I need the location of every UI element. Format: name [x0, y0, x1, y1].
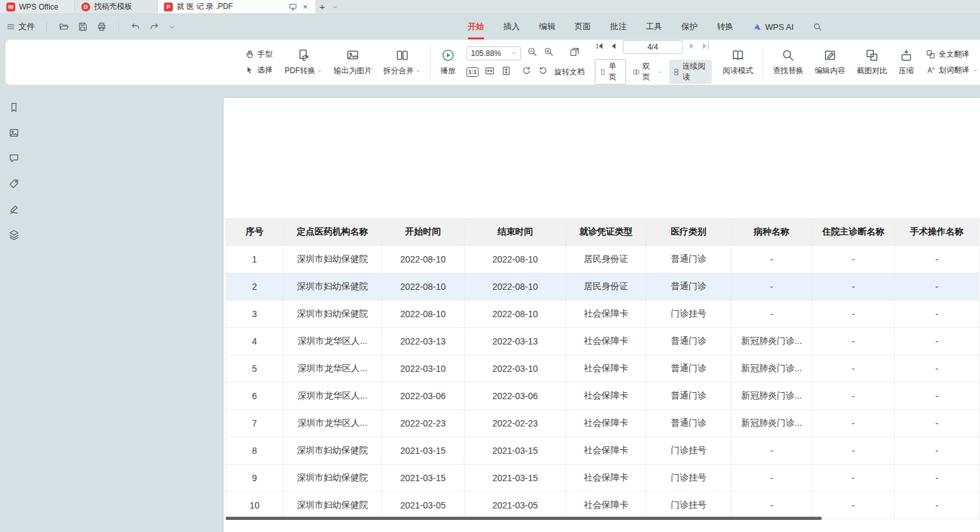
bookmark-icon[interactable] [8, 101, 20, 114]
double-page-mode-button[interactable]: 双页 [629, 60, 666, 84]
edit-content-button[interactable]: 编辑内容 [809, 43, 851, 82]
open-book-icon [731, 48, 745, 62]
close-tab-icon[interactable]: × [301, 3, 309, 11]
single-page-icon [599, 68, 606, 76]
save-icon[interactable] [78, 22, 88, 32]
tab-wps-home[interactable]: W WPS Office [0, 0, 75, 13]
monitor-icon[interactable] [289, 3, 297, 11]
new-tab-button[interactable]: + [315, 0, 329, 13]
layers-panel-icon[interactable] [8, 228, 20, 241]
compress-label: 压缩 [899, 65, 914, 76]
document-viewport[interactable]: 序号定点医药机构名称开始时间结束时间就诊凭证类型医疗类别病种名称住院主诊断名称手… [28, 86, 980, 532]
rotate-left-button[interactable] [521, 65, 532, 79]
pdf-convert-label: PDF转换 [285, 65, 315, 76]
table-cell: 深圳市妇幼保健院 [283, 246, 382, 273]
table-cell: 4 [226, 328, 283, 355]
ribbon-tab-comment[interactable]: 批注 [610, 14, 627, 39]
ribbon-tab-insert[interactable]: 插入 [503, 14, 520, 39]
chevron-down-icon [972, 67, 978, 73]
comment-panel-icon[interactable] [8, 152, 20, 165]
table-cell: 深圳市龙华区人... [283, 355, 382, 383]
table-cell: - [895, 465, 979, 492]
table-cell: 普通门诊 [646, 383, 732, 410]
divider [763, 46, 763, 79]
fit-width-button[interactable] [484, 65, 495, 79]
table-cell: 2021-03-15 [382, 465, 465, 492]
screenshot-compare-button[interactable]: 截图对比 [851, 43, 893, 82]
tab-docer-template[interactable]: D 找稿壳模板 [75, 0, 158, 13]
read-mode-button[interactable]: 阅读模式 [717, 43, 759, 82]
export-image-button[interactable]: 输出为图片 [328, 43, 378, 82]
last-page-button[interactable] [701, 41, 711, 53]
prev-page-button[interactable] [609, 41, 618, 53]
history-dropdown-icon[interactable] [168, 24, 175, 31]
table-cell: 深圳市妇幼保健院 [283, 437, 382, 465]
table-cell: - [895, 355, 979, 383]
table-cell: 2022-08-10 [382, 246, 465, 273]
undo-icon[interactable] [130, 22, 140, 32]
ribbon-tab-convert[interactable]: 转换 [717, 14, 733, 39]
actual-size-button[interactable]: 1:1 [466, 67, 479, 77]
play-button[interactable]: 播放 [435, 43, 461, 82]
tab-document[interactable]: P 就 医 记 录 .PDF × [158, 0, 315, 13]
file-menu-button[interactable]: 文件 [6, 21, 35, 32]
new-window-view-icon[interactable] [569, 46, 580, 60]
tabs-dropdown-icon[interactable] [329, 0, 341, 13]
pdf-convert-button[interactable]: PDF转换 [279, 43, 328, 82]
table-cell: 深圳市龙华区人... [283, 410, 382, 437]
ribbon-tab-page[interactable]: 页面 [575, 14, 591, 39]
open-folder-icon[interactable] [58, 22, 69, 32]
signature-panel-icon[interactable] [8, 203, 20, 215]
table-cell: 深圳市龙华区人... [283, 383, 382, 410]
next-page-button[interactable] [687, 41, 697, 53]
continuous-read-button[interactable]: 连续阅读 [669, 60, 712, 84]
rotate-doc-label: 旋转文档 [554, 67, 585, 78]
ribbon-tab-tools[interactable]: 工具 [646, 14, 662, 39]
fit-page-button[interactable] [501, 65, 512, 79]
ribbon-tab-protect[interactable]: 保护 [681, 14, 698, 39]
hand-tool-button[interactable]: 手型 [245, 49, 273, 60]
edit-pencil-icon [823, 48, 837, 62]
word-translate-label: 划词翻译 [939, 65, 969, 76]
table-cell: - [895, 273, 979, 301]
hamburger-icon [6, 22, 15, 31]
thumbnail-panel-icon[interactable] [8, 126, 20, 139]
pointer-mode-group: 手型 选择 [238, 49, 279, 76]
ribbon-tab-wps-ai[interactable]: WPS AI [752, 14, 794, 39]
ribbon-tab-edit[interactable]: 编辑 [539, 14, 555, 39]
table-cell: 居民身份证 [566, 246, 646, 273]
table-cell: 普通门诊 [646, 410, 732, 437]
wps-office-window: W WPS Office D 找稿壳模板 P 就 医 记 录 .PDF × + … [0, 0, 980, 532]
ribbon-tab-home[interactable]: 开始 [468, 14, 484, 39]
split-merge-button[interactable]: 拆分合并 [378, 43, 426, 82]
continuous-read-label: 连续阅读 [683, 61, 708, 83]
redo-icon[interactable] [149, 22, 160, 32]
find-replace-button[interactable]: 查找替换 [767, 43, 809, 82]
tab-template-label: 找稿壳模板 [94, 1, 132, 12]
zoom-out-button[interactable] [527, 46, 538, 60]
ribbon-search-icon[interactable] [813, 14, 822, 39]
rotate-right-button[interactable] [538, 65, 548, 79]
table-cell: 2022-08-10 [465, 301, 566, 328]
divider [118, 22, 119, 32]
horizontal-scrollbar-thumb[interactable] [226, 517, 822, 520]
zoom-in-button[interactable] [543, 46, 554, 60]
compress-button[interactable]: 压缩 [893, 43, 920, 82]
tag-panel-icon[interactable] [8, 177, 20, 190]
chevron-down-icon [511, 50, 517, 56]
full-translate-button[interactable]: 全文翻译 [926, 49, 978, 60]
zoom-level-select[interactable]: 105.88% [466, 46, 521, 60]
rotate-doc-button[interactable]: 旋转文档 [554, 67, 585, 78]
table-cell: 2021-03-15 [465, 437, 566, 465]
chevron-down-icon [415, 68, 421, 74]
select-tool-label: 选择 [257, 65, 273, 76]
document-title: 就 医 记 录 .PDF [177, 1, 285, 12]
select-tool-button[interactable]: 选择 [245, 65, 273, 76]
first-page-button[interactable] [595, 41, 604, 53]
single-page-mode-button[interactable]: 单页 [595, 59, 626, 85]
word-translate-button[interactable]: 划词翻译 [926, 65, 978, 76]
page-indicator-input[interactable]: 4/4 [623, 40, 683, 54]
table-cell: 深圳市妇幼保健院 [283, 492, 382, 519]
table-cell: 3 [226, 301, 283, 328]
print-icon[interactable] [97, 22, 107, 32]
